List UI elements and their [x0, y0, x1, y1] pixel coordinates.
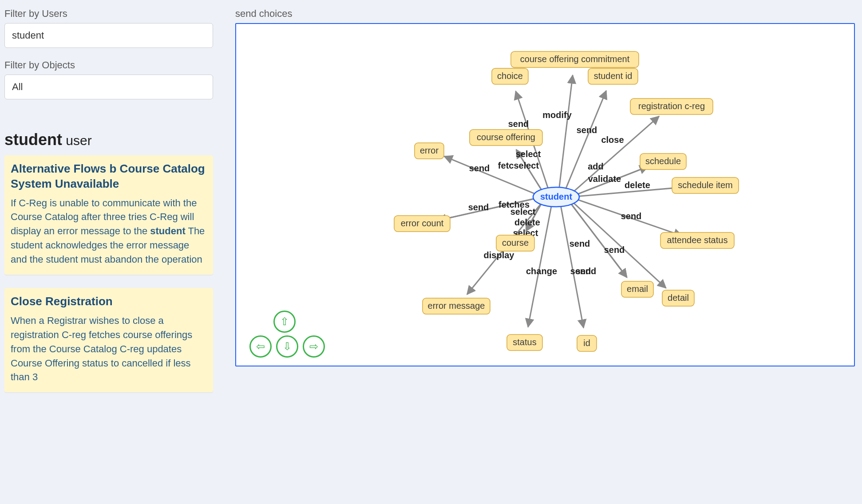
filter-users-input[interactable]	[4, 23, 213, 48]
app-root: Filter by Users Filter by Objects studen…	[0, 0, 862, 504]
graph-node[interactable]: error	[415, 143, 444, 159]
graph-edge-label: display	[484, 250, 515, 260]
graph-edge-label: send	[621, 211, 642, 221]
graph-node[interactable]: choice	[492, 68, 528, 84]
graph-node[interactable]: registration c-reg	[630, 98, 713, 114]
down-arrow-icon: ⇩	[283, 341, 292, 352]
graph-edge-label: send	[468, 202, 489, 212]
graph-edge-label: send	[569, 239, 590, 248]
svg-text:detail: detail	[668, 293, 689, 303]
graph-center-node[interactable]: student	[533, 187, 579, 207]
graph-node[interactable]: error count	[394, 216, 450, 232]
graph-node[interactable]: schedule item	[672, 177, 739, 193]
section-title: student user	[4, 130, 213, 149]
graph-edge-label: select	[510, 207, 536, 217]
nav-down-button[interactable]: ⇩	[276, 335, 298, 358]
graph-node[interactable]: email	[621, 281, 653, 297]
graph-node[interactable]: student id	[588, 68, 638, 84]
svg-text:email: email	[627, 284, 648, 294]
graph-edge-label: send	[469, 163, 490, 173]
graph-edge-label: delete	[514, 217, 540, 227]
graph-edge-label: validate	[588, 174, 621, 184]
graph-edge-label: send	[508, 119, 529, 129]
svg-text:status: status	[513, 337, 536, 347]
sidebar: Filter by Users Filter by Objects studen…	[0, 0, 217, 504]
graph-node[interactable]: course offering	[470, 130, 542, 146]
up-arrow-icon: ⇧	[280, 316, 289, 327]
graph-edge-label: send	[577, 125, 597, 135]
graph-edge-label: delete	[625, 180, 650, 190]
graph-title: send choices	[235, 8, 853, 20]
graph-node[interactable]: detail	[662, 290, 694, 306]
graph-edge-label: send	[604, 245, 625, 255]
graph-edge-label: close	[601, 135, 624, 145]
svg-text:student id: student id	[594, 71, 633, 81]
section-title-rest: user	[62, 133, 92, 148]
svg-text:id: id	[583, 338, 590, 348]
graph-node[interactable]: status	[507, 335, 542, 350]
nav-controls: ⇧ ⇦ ⇩ ⇨	[249, 311, 325, 358]
graph-edge-label: modify	[542, 110, 572, 120]
graph-edge-label: change	[526, 266, 557, 276]
section-title-strong: student	[4, 130, 62, 149]
right-arrow-icon: ⇨	[309, 341, 318, 352]
left-arrow-icon: ⇦	[256, 341, 265, 352]
svg-text:course: course	[502, 238, 529, 248]
svg-text:choice: choice	[497, 71, 523, 81]
filter-objects-label: Filter by Objects	[4, 59, 213, 71]
flow-card[interactable]: Close Registration When a Registrar wish…	[4, 288, 213, 392]
svg-text:course offering: course offering	[477, 132, 535, 142]
graph-node[interactable]: attendee status	[660, 232, 734, 248]
svg-text:error: error	[420, 146, 439, 155]
svg-text:error message: error message	[428, 301, 485, 311]
graph-edge-label: select	[516, 149, 541, 159]
graph-node[interactable]: schedule	[640, 154, 686, 169]
svg-text:error count: error count	[401, 218, 444, 228]
graph-canvas[interactable]: sendmodifysendcloseselectfetcselectsenda…	[235, 23, 855, 366]
svg-text:schedule: schedule	[645, 156, 681, 166]
card-body: When a Registrar wishes to close a regis…	[11, 314, 207, 384]
svg-text:registration c-reg: registration c-reg	[638, 101, 705, 111]
graph-edge-label: add	[588, 161, 604, 171]
graph-node[interactable]: error message	[423, 298, 490, 314]
nav-up-button[interactable]: ⇧	[273, 311, 296, 333]
svg-text:schedule item: schedule item	[678, 180, 732, 190]
graph-edge	[559, 75, 573, 188]
filter-users-label: Filter by Users	[4, 8, 213, 20]
flow-card[interactable]: Alternative Flows b Course Catalog Syste…	[4, 155, 213, 275]
graph-node[interactable]: course	[496, 235, 534, 251]
nav-left-button[interactable]: ⇦	[249, 335, 272, 358]
main: send choices sendmodifysendcloseselectfe…	[217, 0, 862, 504]
card-body: If C-Reg is unable to communicate with t…	[11, 196, 207, 267]
graph-edge-label: send	[570, 266, 591, 276]
svg-text:attendee status: attendee status	[667, 235, 728, 245]
filter-objects-input[interactable]	[4, 75, 213, 99]
card-title: Close Registration	[11, 294, 207, 309]
svg-text:course offering commitment: course offering commitment	[520, 54, 630, 64]
graph-edge-label: fetcselect	[498, 161, 539, 170]
graph-node[interactable]: id	[577, 335, 597, 351]
card-title: Alternative Flows b Course Catalog Syste…	[11, 161, 207, 192]
graph-node[interactable]: course offering commitment	[511, 51, 639, 67]
svg-text:student: student	[540, 192, 573, 201]
graph-svg[interactable]: sendmodifysendcloseselectfetcselectsenda…	[236, 24, 854, 366]
nav-right-button[interactable]: ⇨	[303, 335, 325, 358]
